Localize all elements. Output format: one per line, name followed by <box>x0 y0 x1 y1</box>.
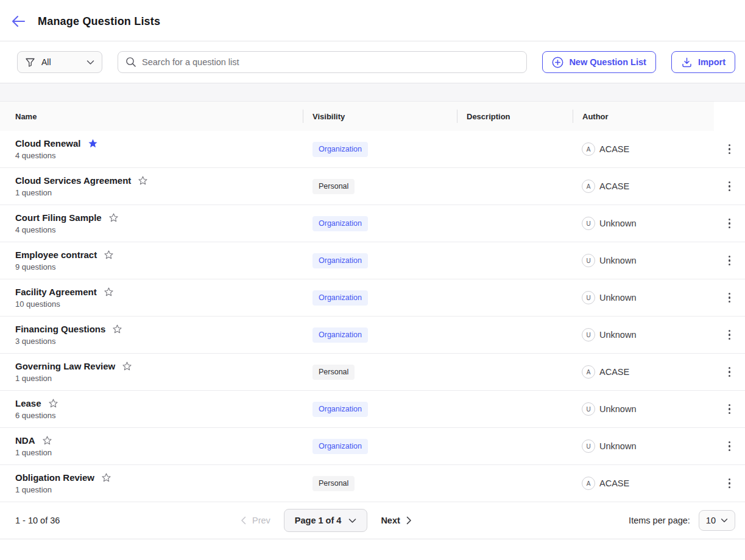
row-menu-kebab-icon[interactable] <box>724 325 736 345</box>
table-row[interactable]: Governing Law Review 1 question Personal… <box>0 354 745 391</box>
author-name: Unknown <box>599 441 636 451</box>
page-selector-dropdown[interactable]: Page 1 of 4 <box>284 509 368 532</box>
table-row[interactable]: Facility Agreement 10 questions Organiza… <box>0 279 745 317</box>
row-menu-kebab-icon[interactable] <box>724 288 736 308</box>
table-row[interactable]: Employee contract 9 questions Organizati… <box>0 242 745 279</box>
row-menu-kebab-icon[interactable] <box>724 474 736 494</box>
author-name: ACASE <box>599 478 629 488</box>
column-header-name[interactable]: Name <box>0 102 303 131</box>
question-list-name[interactable]: Financing Questions <box>15 324 105 334</box>
visibility-badge: Personal <box>312 179 355 194</box>
question-list-name[interactable]: Employee contract <box>15 250 97 260</box>
author-name: Unknown <box>599 404 636 414</box>
new-question-list-button[interactable]: New Question List <box>542 51 656 73</box>
question-count: 4 questions <box>15 151 303 160</box>
question-list-name[interactable]: Cloud Renewal <box>15 138 81 149</box>
row-menu-kebab-icon[interactable] <box>724 399 736 419</box>
author-name: ACASE <box>599 367 629 377</box>
import-button[interactable]: Import <box>671 51 735 73</box>
table-top-band <box>0 83 745 102</box>
favorite-star-icon[interactable] <box>122 361 132 371</box>
table-row[interactable]: Cloud Services Agreement 1 question Pers… <box>0 168 745 205</box>
chevron-down-icon <box>87 60 94 65</box>
author-name: Unknown <box>599 256 636 265</box>
search-icon <box>125 57 136 68</box>
visibility-badge: Organization <box>312 327 368 343</box>
author-name: Unknown <box>599 330 636 340</box>
chevron-down-icon <box>721 518 728 523</box>
favorite-star-icon[interactable] <box>104 287 114 297</box>
items-per-page: Items per page: 10 <box>629 510 735 531</box>
author-avatar: U <box>582 254 595 267</box>
question-count: 1 question <box>15 448 303 457</box>
question-list-name[interactable]: Obligation Review <box>15 472 94 483</box>
column-header-actions <box>714 102 745 131</box>
items-per-page-dropdown[interactable]: 10 <box>699 510 735 531</box>
author-avatar: U <box>582 439 595 453</box>
question-list-name[interactable]: NDA <box>15 435 35 446</box>
page-title: Manage Question Lists <box>38 15 160 28</box>
table-row[interactable]: Financing Questions 3 questions Organiza… <box>0 317 745 354</box>
column-header-author[interactable]: Author <box>573 102 714 131</box>
favorite-star-icon[interactable] <box>112 324 122 334</box>
prev-page-button[interactable]: Prev <box>241 516 270 525</box>
question-list-name[interactable]: Governing Law Review <box>15 361 115 371</box>
table-row[interactable]: Court Filing Sample 4 questions Organiza… <box>0 205 745 242</box>
filter-dropdown[interactable]: All <box>17 51 102 73</box>
column-header-visibility[interactable]: Visibility <box>303 102 457 131</box>
question-list-name[interactable]: Lease <box>15 398 41 408</box>
plus-circle-icon <box>552 57 563 68</box>
author-avatar: U <box>582 328 595 341</box>
table-body: Cloud Renewal 4 questions Organization A… <box>0 131 745 502</box>
question-count: 4 questions <box>15 225 303 234</box>
visibility-badge: Organization <box>312 402 368 417</box>
author-name: Unknown <box>599 219 636 228</box>
row-menu-kebab-icon[interactable] <box>724 362 736 382</box>
author-avatar: U <box>582 291 595 304</box>
pagination-footer: 1 - 10 of 36 Prev Page 1 of 4 Next Items… <box>0 502 745 539</box>
question-count: 9 questions <box>15 262 303 271</box>
next-page-button[interactable]: Next <box>381 516 411 525</box>
download-icon <box>681 57 693 68</box>
table-row[interactable]: Lease 6 questions Organization U Unknown <box>0 391 745 428</box>
results-range: 1 - 10 of 36 <box>15 516 241 525</box>
favorite-star-icon[interactable] <box>42 435 52 446</box>
author-avatar: A <box>582 477 595 490</box>
filter-funnel-icon <box>25 57 35 68</box>
favorite-star-icon[interactable] <box>104 250 114 260</box>
question-count: 6 questions <box>15 411 303 420</box>
pager: Prev Page 1 of 4 Next <box>241 509 412 532</box>
row-menu-kebab-icon[interactable] <box>724 214 736 234</box>
table-row[interactable]: Obligation Review 1 question Personal A … <box>0 465 745 502</box>
search-input[interactable] <box>142 57 519 67</box>
items-per-page-value: 10 <box>706 516 716 525</box>
row-menu-kebab-icon[interactable] <box>724 139 736 159</box>
favorite-star-icon[interactable] <box>138 175 148 186</box>
author-avatar: A <box>582 180 595 193</box>
column-header-description[interactable]: Description <box>457 102 573 131</box>
next-label: Next <box>381 516 400 525</box>
question-list-name[interactable]: Cloud Services Agreement <box>15 175 131 186</box>
search-box[interactable] <box>118 51 527 73</box>
row-menu-kebab-icon[interactable] <box>724 436 736 457</box>
chevron-down-icon <box>348 518 356 523</box>
new-question-list-label: New Question List <box>569 57 646 67</box>
question-count: 3 questions <box>15 337 303 346</box>
favorite-star-icon[interactable] <box>108 212 119 223</box>
question-list-name[interactable]: Facility Agreement <box>15 287 97 297</box>
chevron-left-icon <box>241 516 246 525</box>
back-arrow-icon[interactable] <box>10 13 27 30</box>
question-list-name[interactable]: Court Filing Sample <box>15 212 102 223</box>
visibility-badge: Organization <box>312 290 368 306</box>
toolbar: All New Question List I <box>0 41 745 83</box>
row-menu-kebab-icon[interactable] <box>724 251 736 271</box>
row-menu-kebab-icon[interactable] <box>724 177 736 197</box>
favorite-star-icon[interactable] <box>101 472 111 483</box>
author-name: ACASE <box>599 144 629 154</box>
author-name: ACASE <box>599 181 629 191</box>
author-name: Unknown <box>599 293 636 303</box>
table-row[interactable]: Cloud Renewal 4 questions Organization A… <box>0 131 745 168</box>
favorite-star-icon[interactable] <box>88 138 98 149</box>
favorite-star-icon[interactable] <box>48 398 58 408</box>
table-row[interactable]: NDA 1 question Organization U Unknown <box>0 428 745 465</box>
